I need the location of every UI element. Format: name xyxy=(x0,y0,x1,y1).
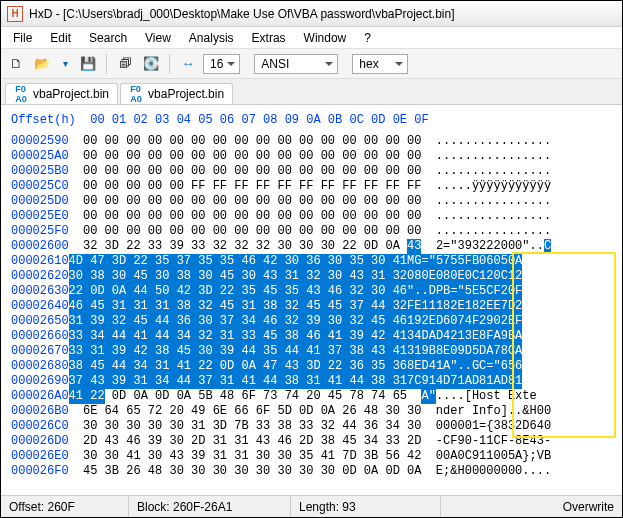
menu-edit[interactable]: Edit xyxy=(42,29,79,47)
tab-file-2[interactable]: F0A0 vbaProject.bin xyxy=(120,83,233,104)
menu-extras[interactable]: Extras xyxy=(244,29,294,47)
tab-bar: F0A0 vbaProject.bin F0A0 vbaProject.bin xyxy=(1,79,622,105)
app-icon: H xyxy=(7,6,23,22)
tab-icon: F0A0 xyxy=(14,87,28,101)
window-title: HxD - [C:\Users\bradj_000\Desktop\Make U… xyxy=(29,7,455,21)
disk-icon[interactable]: 💽 xyxy=(140,53,162,75)
status-block: Block: 260F-26A1 xyxy=(129,496,291,517)
menu-view[interactable]: View xyxy=(137,29,179,47)
base-select[interactable]: hex xyxy=(352,54,408,74)
separator xyxy=(106,54,107,74)
toolbar: 🗋 📂 ▾ 💾 🗊 💽 ↔ 16 ANSI hex xyxy=(1,49,622,79)
separator xyxy=(169,54,170,74)
bytes-per-row-select[interactable]: 16 xyxy=(203,54,240,74)
open-file-icon[interactable]: 📂 xyxy=(31,53,53,75)
status-mode: Overwrite xyxy=(555,496,622,517)
menu-help[interactable]: ? xyxy=(356,29,379,47)
open-recent-icon[interactable]: ▾ xyxy=(57,53,73,75)
hex-editor-content[interactable]: Offset(h) 00 01 02 03 04 05 06 07 08 09 … xyxy=(1,105,622,493)
status-length: Length: 93 xyxy=(291,496,441,517)
tab-file-1[interactable]: F0A0 vbaProject.bin xyxy=(5,83,118,104)
status-bar: Offset: 260F Block: 260F-26A1 Length: 93… xyxy=(1,495,622,517)
ram-icon[interactable]: 🗊 xyxy=(114,53,136,75)
menu-search[interactable]: Search xyxy=(81,29,135,47)
status-blank xyxy=(441,496,555,517)
menu-file[interactable]: File xyxy=(5,29,40,47)
save-icon[interactable]: 💾 xyxy=(77,53,99,75)
tab-label: vbaProject.bin xyxy=(33,87,109,101)
new-file-icon[interactable]: 🗋 xyxy=(5,53,27,75)
tab-icon: F0A0 xyxy=(129,87,143,101)
encoding-select[interactable]: ANSI xyxy=(254,54,338,74)
tab-label: vbaProject.bin xyxy=(148,87,224,101)
arrows-icon[interactable]: ↔ xyxy=(177,53,199,75)
status-offset: Offset: 260F xyxy=(1,496,129,517)
menu-window[interactable]: Window xyxy=(296,29,355,47)
title-bar: H HxD - [C:\Users\bradj_000\Desktop\Make… xyxy=(1,1,622,27)
menu-analysis[interactable]: Analysis xyxy=(181,29,242,47)
menu-bar: File Edit Search View Analysis Extras Wi… xyxy=(1,27,622,49)
